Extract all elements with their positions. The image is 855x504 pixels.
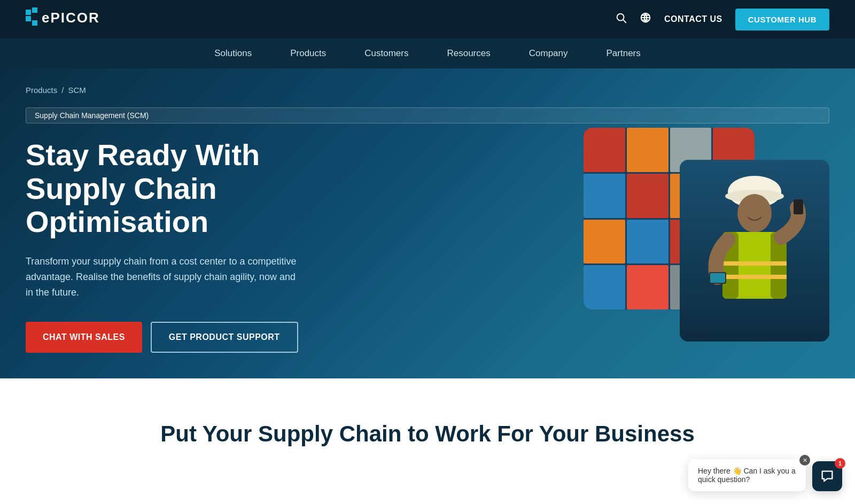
svg-rect-18 [794,199,803,214]
bottom-title: Put Your Supply Chain to Work For Your B… [26,421,829,447]
svg-text:ePICOR: ePICOR [42,10,100,26]
svg-point-5 [617,14,624,21]
container-box [584,174,625,218]
container-box [584,128,625,172]
container-box [627,265,669,309]
breadcrumb: Products / SCM [26,86,829,95]
hero-section: Products / SCM Supply Chain Management (… [0,68,855,378]
chat-bubble: ✕ Hey there 👋 Can I ask you a quick ques… [688,459,806,468]
logo[interactable]: ePICOR [26,7,100,32]
container-box [584,220,625,264]
svg-rect-1 [26,16,31,21]
header-right: CONTACT US CUSTOMER HUB [615,9,829,30]
svg-rect-17 [722,275,787,279]
worker-svg [680,160,829,342]
chat-badge: 1 [835,458,845,468]
top-header: ePICOR CONTACT US CUSTOMER HUB [0,0,855,38]
epicor-logo-svg: ePICOR [26,7,100,28]
nav-item-customers[interactable]: Customers [345,38,428,68]
hero-content: Stay Ready With Supply Chain Optimisatio… [26,138,829,353]
chat-message: Hey there 👋 Can I ask you a quick questi… [698,467,796,468]
svg-point-11 [737,194,772,232]
customer-hub-button[interactable]: CUSTOMER HUB [735,9,829,30]
container-box [627,220,669,264]
nav-item-company[interactable]: Company [510,38,587,68]
bottom-section: Put Your Supply Chain to Work For Your B… [0,378,855,468]
chat-widget: ✕ Hey there 👋 Can I ask you a quick ques… [688,459,842,468]
breadcrumb-separator: / [61,86,64,95]
search-icon[interactable] [615,12,627,27]
container-box [584,265,625,309]
svg-rect-16 [722,261,787,266]
hero-left: Stay Ready With Supply Chain Optimisatio… [26,138,336,353]
globe-icon[interactable] [640,12,651,27]
container-box [627,128,669,172]
breadcrumb-scm[interactable]: SCM [68,86,86,95]
contact-us-link[interactable]: CONTACT US [664,14,722,24]
hero-title: Stay Ready With Supply Chain Optimisatio… [26,138,336,239]
svg-line-6 [624,20,626,23]
get-product-support-button[interactable]: GET PRODUCT SUPPORT [151,322,298,353]
main-nav: Solutions Products Customers Resources C… [0,38,855,68]
nav-item-products[interactable]: Products [271,38,345,68]
breadcrumb-products[interactable]: Products [26,86,57,95]
svg-rect-2 [32,7,37,13]
nav-item-resources[interactable]: Resources [428,38,509,68]
worker-overlay [680,160,829,342]
svg-rect-20 [710,273,725,283]
logo-text: ePICOR [26,7,100,32]
scm-tag: Supply Chain Management (SCM) [26,107,829,123]
hero-buttons: CHAT WITH SALES GET PRODUCT SUPPORT [26,322,336,353]
chat-close-button[interactable]: ✕ [799,455,810,466]
nav-item-solutions[interactable]: Solutions [195,38,271,68]
chat-icon-button[interactable]: 1 [812,461,842,468]
nav-item-partners[interactable]: Partners [587,38,660,68]
container-box [627,174,669,218]
hero-image [584,128,829,342]
svg-rect-3 [32,20,37,26]
svg-rect-0 [26,10,31,15]
chat-with-sales-button[interactable]: CHAT WITH SALES [26,322,142,353]
hero-description: Transform your supply chain from a cost … [26,254,304,300]
